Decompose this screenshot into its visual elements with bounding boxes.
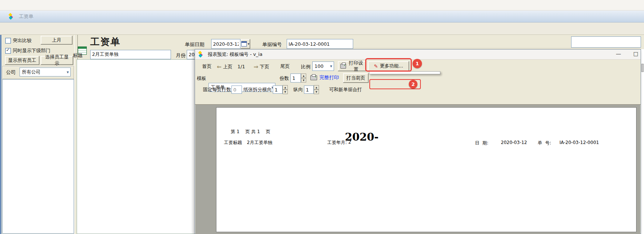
preview-area[interactable]: 第 1 页 共 1 页 2020- 工资标题 2月工资单独 工资年月: 2 日 …	[195, 105, 640, 234]
page-count-text: 第 1 页 共 1 页	[231, 129, 270, 135]
doc-no-input[interactable]	[287, 39, 353, 49]
document-title: 工资单	[19, 13, 33, 20]
prev-page-label: 上页	[223, 64, 233, 70]
dialog-tabs	[195, 95, 641, 105]
report-date-value: 2020-03-12	[501, 140, 527, 145]
print-current-page-button[interactable]: 打当前页	[343, 73, 369, 83]
menu-bar	[0, 0, 644, 10]
copies-stepper[interactable]: ▲▼	[301, 74, 306, 82]
page-indicator: 1/1	[237, 64, 245, 69]
dialog-title: 报表预览: 模板编号 - v_ia	[208, 51, 262, 58]
fixed-rows-input[interactable]	[231, 86, 242, 94]
window-frame-edge	[0, 35, 2, 234]
next-page-icon: ⇒	[254, 63, 259, 70]
split-v-label: 纵向	[293, 87, 303, 93]
full-print-button[interactable]: 完整打印	[310, 74, 339, 81]
zoom-value: 100	[314, 63, 324, 69]
annotation-step2-badge: 2	[409, 80, 417, 88]
caption-input[interactable]	[90, 50, 171, 59]
minimize-button[interactable]: —	[613, 51, 624, 57]
date-picker-button[interactable]: ▾	[240, 39, 250, 49]
split-v-stepper[interactable]: ▲▼	[314, 85, 319, 94]
zoom-select[interactable]: 100	[312, 62, 334, 71]
copies-input[interactable]	[290, 74, 301, 82]
print-setup-button[interactable]: 打印设置	[338, 61, 366, 71]
dock-strip	[641, 49, 644, 234]
copies-label: 份数	[280, 75, 289, 82]
doc-no-label: 单据编号	[262, 41, 282, 48]
salary-title-value: 2月工资单独	[247, 140, 272, 146]
company-select-value: 所有公司	[22, 69, 41, 75]
doc-date-label: 单据日期	[185, 41, 204, 48]
annotation-step1-badge: 1	[413, 59, 422, 68]
split-h-stepper[interactable]: ▲▼	[283, 85, 288, 94]
fixed-rows-label: 固定每页行数	[203, 87, 231, 93]
compare-checkbox-row: 突出比较	[5, 38, 32, 44]
next-page-label: 下页	[260, 64, 269, 70]
report-no-label: 单 号:	[538, 140, 551, 146]
main-toolbar	[0, 22, 644, 35]
prev-month-button[interactable]: 上月	[41, 36, 73, 45]
compare-checkbox[interactable]	[5, 38, 11, 44]
printer-icon	[340, 64, 346, 69]
month-label: 月份	[176, 52, 186, 59]
salary-month-value: 2	[348, 140, 351, 145]
report-no-value: IA-20-03-12-0001	[559, 140, 599, 145]
salary-month-label: 工资年月:	[327, 140, 347, 146]
dialog-title-bar[interactable]: 报表预览: 模板编号 - v_ia	[195, 50, 641, 60]
salary-title-label: 工资标题	[224, 140, 242, 146]
report-preview-dialog: 报表预览: 模板编号 - v_ia — □ 首页 ⇐ 上页 1/1 ⇒ 下页 尾…	[195, 49, 641, 234]
select-employees-button[interactable]: 选择员工显示	[41, 56, 73, 65]
doc-date-input[interactable]	[211, 39, 240, 49]
print-setup-label: 打印设置	[348, 60, 364, 73]
dialog-icon	[198, 51, 205, 58]
preview-page: 第 1 页 共 1 页 2020- 工资标题 2月工资单独 工资年月: 2 日 …	[216, 107, 636, 232]
prev-page-icon: ⇐	[217, 63, 222, 70]
show-sub-checkbox-row: 同时显示下级部门	[5, 48, 50, 54]
annotation-box-step1	[365, 58, 412, 72]
app-icon	[8, 13, 15, 20]
maximize-button[interactable]: □	[630, 51, 641, 57]
company-select[interactable]: 所有公司	[20, 68, 71, 76]
template-label: 模板	[197, 75, 206, 82]
full-print-label: 完整打印	[319, 74, 339, 81]
zoom-label: 比例	[301, 64, 310, 70]
caption-label: 标题	[73, 52, 83, 59]
first-page-button[interactable]: 首页	[202, 63, 212, 70]
company-label: 公司	[6, 69, 16, 76]
page-title: 工资单	[90, 36, 121, 48]
prev-page-button[interactable]: ⇐ 上页	[217, 63, 233, 70]
document-title-bar: 工资单	[0, 10, 644, 22]
last-page-button[interactable]: 尾页	[280, 63, 290, 70]
top-right-panel	[571, 36, 641, 48]
company-tree	[3, 80, 74, 81]
split-h-input[interactable]	[273, 86, 283, 94]
split-v-input[interactable]	[304, 86, 314, 94]
split-h-label: 纸张拆分横向	[243, 87, 272, 93]
next-page-button[interactable]: ⇒ 下页	[254, 63, 269, 70]
merge-print-label: 可和新单据合打	[329, 87, 362, 93]
show-all-employees-button[interactable]: 显示所有员工	[5, 56, 39, 65]
calendar-icon	[241, 41, 247, 46]
company-tree-panel	[2, 79, 74, 234]
employee-grid-area	[77, 59, 197, 234]
show-sub-depts-label: 同时显示下级部门	[13, 48, 50, 54]
printer-icon	[310, 75, 317, 80]
report-date-label: 日 期:	[475, 140, 488, 146]
show-sub-depts-checkbox[interactable]	[5, 48, 11, 54]
app-window: 工资单 突出比较 上月 同时显示下级部门 显示所有员工 选择员工显示 公司 所有…	[0, 0, 644, 234]
dock-handle-icon[interactable]	[641, 64, 644, 72]
compare-label: 突出比较	[13, 38, 32, 44]
more-functions-menu	[369, 71, 440, 74]
